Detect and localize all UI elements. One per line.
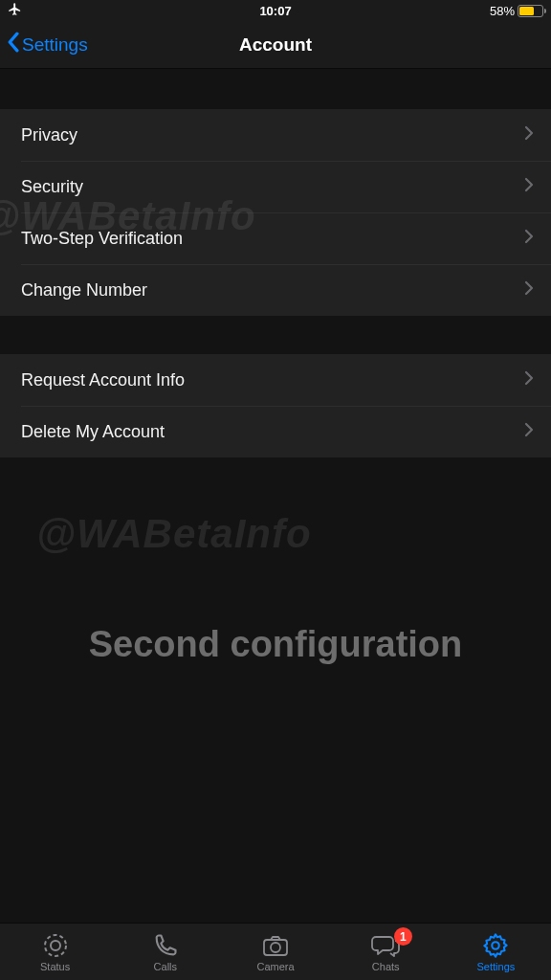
row-label: Change Number	[21, 280, 147, 301]
airplane-mode-icon	[8, 2, 22, 19]
back-button[interactable]: Settings	[6, 32, 88, 57]
chevron-right-icon	[524, 177, 534, 197]
phone-icon	[152, 932, 179, 959]
battery-percent-text: 58%	[490, 4, 515, 18]
row-change-number[interactable]: Change Number	[0, 264, 551, 316]
row-label: Privacy	[21, 125, 77, 145]
tab-bar: Status Calls Camera 1 Chats	[0, 923, 551, 980]
status-icon	[42, 932, 69, 959]
tab-status[interactable]: Status	[0, 924, 110, 980]
chevron-left-icon	[6, 32, 20, 57]
back-label: Settings	[22, 34, 88, 56]
row-security[interactable]: Security	[0, 161, 551, 212]
status-right: 58%	[490, 4, 543, 18]
chevron-right-icon	[524, 422, 534, 442]
chevron-right-icon	[524, 229, 534, 249]
status-bar: 10:07 58%	[0, 0, 551, 21]
status-time: 10:07	[259, 4, 291, 18]
status-left	[8, 2, 22, 19]
row-label: Security	[21, 177, 83, 197]
chats-badge: 1	[394, 927, 412, 946]
navigation-bar: Settings Account	[0, 21, 551, 69]
tab-label: Camera	[256, 961, 294, 972]
row-label: Two-Step Verification	[21, 229, 183, 249]
row-label: Request Account Info	[21, 370, 185, 390]
svg-point-1	[51, 941, 60, 950]
overlay-caption: Second configuration	[0, 624, 551, 665]
svg-point-0	[45, 935, 66, 956]
chevron-right-icon	[524, 370, 534, 390]
tab-label: Settings	[477, 961, 516, 972]
row-label: Delete My Account	[21, 422, 165, 442]
svg-point-4	[493, 942, 499, 948]
chevron-right-icon	[524, 280, 534, 301]
row-privacy[interactable]: Privacy	[0, 109, 551, 161]
settings-group-1: Privacy Security Two-Step Verification C…	[0, 109, 551, 316]
tab-chats[interactable]: 1 Chats	[331, 924, 441, 980]
row-request-account-info[interactable]: Request Account Info	[0, 354, 551, 406]
row-two-step-verification[interactable]: Two-Step Verification	[0, 212, 551, 264]
tab-label: Status	[40, 961, 70, 972]
chevron-right-icon	[524, 125, 534, 145]
tab-settings[interactable]: Settings	[441, 924, 551, 980]
battery-icon	[518, 5, 543, 17]
content-area: Privacy Security Two-Step Verification C…	[0, 69, 551, 457]
row-delete-my-account[interactable]: Delete My Account	[0, 406, 551, 457]
tab-label: Calls	[154, 961, 177, 972]
tab-calls[interactable]: Calls	[110, 924, 220, 980]
tab-label: Chats	[372, 961, 400, 972]
settings-group-2: Request Account Info Delete My Account	[0, 354, 551, 457]
svg-point-3	[271, 943, 280, 952]
gear-icon	[482, 932, 509, 959]
tab-camera[interactable]: Camera	[220, 924, 330, 980]
watermark-text: @WABetaInfo	[36, 511, 312, 557]
page-title: Account	[239, 34, 312, 56]
camera-icon	[261, 932, 290, 959]
